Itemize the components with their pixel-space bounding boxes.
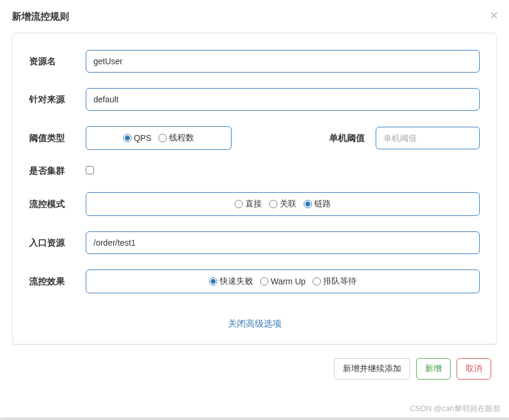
- radio-qps-input[interactable]: [123, 134, 132, 142]
- cancel-button[interactable]: 取消: [457, 358, 491, 380]
- radio-mode-direct[interactable]: 直接: [235, 199, 262, 209]
- radio-mode-relate-label: 关联: [280, 199, 296, 209]
- row-flow-mode: 流控模式 直接 关联 链路: [29, 192, 480, 216]
- radio-effect-warmup[interactable]: Warm Up: [260, 277, 306, 286]
- flow-effect-group: 快速失败 Warm Up 排队等待: [86, 269, 480, 293]
- radio-qps-label: QPS: [134, 133, 152, 143]
- label-flow-mode: 流控模式: [29, 199, 86, 210]
- radio-threads-input[interactable]: [158, 134, 167, 142]
- label-resource: 资源名: [29, 56, 86, 67]
- radio-effect-warmup-input[interactable]: [260, 277, 268, 286]
- radio-effect-queue-input[interactable]: [313, 277, 321, 286]
- modal-body: 资源名 针对来源 阈值类型 QPS 线程数: [12, 33, 497, 344]
- radio-effect-warmup-label: Warm Up: [271, 277, 306, 286]
- entry-resource-input[interactable]: [86, 231, 480, 254]
- radio-mode-relate-input[interactable]: [269, 200, 277, 208]
- radio-effect-failfast-label: 快速失败: [220, 276, 253, 287]
- advanced-toggle-row: 关闭高级选项: [29, 309, 480, 332]
- radio-mode-relate[interactable]: 关联: [269, 199, 296, 209]
- radio-mode-chain-input[interactable]: [304, 200, 312, 208]
- is-cluster-checkbox[interactable]: [86, 166, 94, 174]
- row-threshold-type: 阈值类型 QPS 线程数 单机阈值: [29, 126, 480, 150]
- resource-input[interactable]: [86, 50, 480, 73]
- radio-qps[interactable]: QPS: [123, 133, 152, 143]
- radio-effect-failfast-input[interactable]: [209, 277, 217, 286]
- label-flow-effect: 流控效果: [29, 276, 86, 287]
- label-threshold-single: 单机阈值: [293, 133, 365, 144]
- radio-effect-failfast[interactable]: 快速失败: [209, 276, 253, 287]
- label-threshold-type: 阈值类型: [29, 133, 86, 144]
- modal-header: 新增流控规则 ×: [0, 0, 509, 33]
- radio-mode-chain[interactable]: 链路: [304, 199, 331, 209]
- label-is-cluster: 是否集群: [29, 165, 86, 177]
- radio-mode-chain-label: 链路: [314, 199, 331, 209]
- watermark-text: CSDN @cah黎明就在眼前: [410, 403, 501, 414]
- radio-mode-direct-label: 直接: [245, 199, 262, 209]
- radio-threads[interactable]: 线程数: [158, 133, 194, 143]
- label-entry-resource: 入口资源: [29, 237, 86, 249]
- modal-title: 新增流控规则: [12, 11, 497, 23]
- add-continue-button[interactable]: 新增并继续添加: [334, 358, 410, 380]
- row-resource: 资源名: [29, 50, 480, 73]
- row-is-cluster: 是否集群: [29, 165, 480, 177]
- modal-footer: 新增并继续添加 新增 取消: [12, 344, 497, 393]
- threshold-type-group: QPS 线程数: [86, 126, 232, 150]
- close-icon[interactable]: ×: [490, 8, 498, 23]
- radio-threads-label: 线程数: [169, 133, 194, 143]
- row-source: 针对来源: [29, 88, 480, 111]
- add-button[interactable]: 新增: [416, 358, 451, 380]
- label-source: 针对来源: [29, 94, 86, 105]
- modal-dialog: 新增流控规则 × 资源名 针对来源 阈值类型 QPS: [0, 0, 509, 418]
- row-flow-effect: 流控效果 快速失败 Warm Up 排队等待: [29, 269, 480, 293]
- threshold-single-input[interactable]: [376, 127, 480, 149]
- flow-mode-group: 直接 关联 链路: [86, 192, 480, 216]
- radio-mode-direct-input[interactable]: [235, 200, 243, 208]
- source-input[interactable]: [86, 88, 480, 111]
- radio-effect-queue-label: 排队等待: [323, 276, 357, 287]
- radio-effect-queue[interactable]: 排队等待: [313, 276, 357, 287]
- close-advanced-link[interactable]: 关闭高级选项: [228, 318, 282, 328]
- row-entry-resource: 入口资源: [29, 231, 480, 254]
